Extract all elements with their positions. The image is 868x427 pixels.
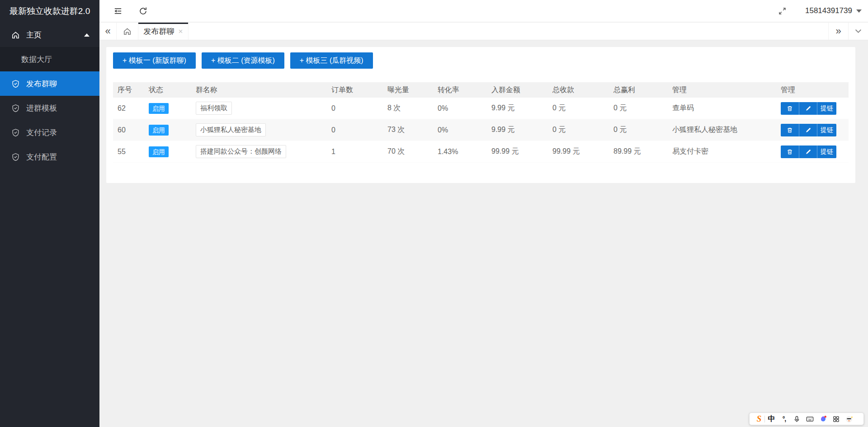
col-header: 曝光量 bbox=[383, 85, 433, 95]
emoji-face-icon[interactable] bbox=[843, 415, 856, 423]
cell-profit: 0 元 bbox=[609, 125, 668, 135]
cell-manage-text: 易支付卡密 bbox=[668, 147, 776, 156]
col-header: 总赢利 bbox=[609, 85, 668, 95]
ime-toolbar: S 中 °, bbox=[749, 413, 864, 425]
delete-button[interactable] bbox=[781, 124, 799, 136]
table-row: 60 启用 小狐狸私人秘密基地 0 73 次 0% 9.99 元 0 元 0 元… bbox=[113, 119, 849, 141]
shield-check-icon bbox=[11, 79, 20, 88]
cell-income: 99.99 元 bbox=[548, 147, 609, 156]
delete-button[interactable] bbox=[781, 145, 799, 158]
sidebar-item-label: 数据大厅 bbox=[21, 54, 52, 65]
menu-fold-icon[interactable] bbox=[112, 5, 123, 16]
tab-bar: « 发布群聊 × » bbox=[99, 23, 868, 40]
cell-id: 55 bbox=[113, 148, 144, 156]
group-name-tag: 搭建同款公众号：创颜网络 bbox=[196, 145, 286, 158]
table-row: 55 启用 搭建同款公众号：创颜网络 1 70 次 1.43% 99.99 元 … bbox=[113, 141, 849, 163]
cell-rate: 0% bbox=[433, 104, 487, 113]
cell-income: 0 元 bbox=[548, 125, 609, 135]
username: 15814391739 bbox=[805, 6, 852, 15]
cell-id: 60 bbox=[113, 126, 144, 134]
tabs-menu-button[interactable] bbox=[848, 23, 868, 40]
main-content: + 模板一 (新版群聊) + 模板二 (资源模板) + 模板三 (瓜群视频) 序… bbox=[99, 41, 868, 427]
user-menu[interactable]: 15814391739 bbox=[805, 6, 862, 15]
chevron-up-icon bbox=[84, 33, 90, 37]
col-header: 状态 bbox=[144, 85, 191, 95]
sidebar-item-label: 发布群聊 bbox=[26, 79, 57, 89]
cell-amount: 99.99 元 bbox=[487, 147, 548, 156]
sidebar-item-payment-config[interactable]: 支付配置 bbox=[0, 145, 99, 169]
add-template-1-button[interactable]: + 模板一 (新版群聊) bbox=[113, 52, 196, 69]
col-header: 总收款 bbox=[548, 85, 609, 95]
cell-rate: 0% bbox=[433, 126, 487, 134]
group-name-tag: 小狐狸私人秘密基地 bbox=[196, 123, 266, 136]
tab-publish-group[interactable]: 发布群聊 × bbox=[138, 23, 189, 40]
col-header: 转化率 bbox=[433, 85, 487, 95]
table-row: 62 启用 福利领取 0 8 次 0% 9.99 元 0 元 0 元 查单码 提… bbox=[113, 98, 849, 119]
status-badge: 启用 bbox=[149, 146, 169, 157]
chinese-mode-icon[interactable]: 中 bbox=[765, 414, 778, 424]
row-actions: 提链 bbox=[781, 145, 836, 158]
trash-icon bbox=[787, 127, 793, 133]
extract-link-button[interactable]: 提链 bbox=[817, 102, 836, 115]
sidebar-item-group-template[interactable]: 进群模板 bbox=[0, 96, 99, 120]
apps-grid-icon[interactable] bbox=[830, 416, 843, 422]
delete-button[interactable] bbox=[781, 102, 799, 115]
shield-check-icon bbox=[11, 128, 20, 137]
cell-orders: 0 bbox=[327, 104, 383, 113]
sidebar-item-label: 支付配置 bbox=[26, 152, 57, 162]
cell-income: 0 元 bbox=[548, 103, 609, 113]
sidebar-item-publish-group[interactable]: 发布群聊 bbox=[0, 71, 99, 96]
pencil-icon bbox=[805, 105, 811, 112]
sidebar-item-label: 进群模板 bbox=[26, 103, 57, 113]
fullscreen-icon[interactable] bbox=[777, 5, 788, 16]
cell-rate: 1.43% bbox=[433, 148, 487, 156]
cell-profit: 89.99 元 bbox=[609, 147, 668, 156]
col-header: 群名称 bbox=[191, 85, 327, 95]
skin-palette-icon[interactable] bbox=[816, 415, 830, 422]
edit-button[interactable] bbox=[799, 145, 817, 158]
tab-home[interactable] bbox=[117, 23, 138, 40]
caret-down-icon bbox=[856, 9, 862, 13]
keyboard-icon[interactable] bbox=[803, 416, 816, 422]
row-actions: 提链 bbox=[781, 102, 836, 115]
status-badge: 启用 bbox=[149, 125, 169, 136]
col-header: 入群金额 bbox=[487, 85, 548, 95]
microphone-icon[interactable] bbox=[790, 416, 803, 422]
cell-orders: 0 bbox=[327, 126, 383, 134]
extract-link-button[interactable]: 提链 bbox=[817, 145, 836, 158]
add-template-3-button[interactable]: + 模板三 (瓜群视频) bbox=[290, 52, 373, 69]
trash-icon bbox=[787, 105, 793, 112]
sidebar-item-payment-records[interactable]: 支付记录 bbox=[0, 120, 99, 145]
trash-icon bbox=[787, 149, 793, 155]
add-template-2-button[interactable]: + 模板二 (资源模板) bbox=[202, 52, 284, 69]
sidebar-item-data-hall[interactable]: 数据大厅 bbox=[0, 47, 99, 71]
top-header: 15814391739 bbox=[99, 0, 868, 22]
extract-link-button[interactable]: 提链 bbox=[817, 124, 836, 136]
group-name-tag: 福利领取 bbox=[196, 102, 232, 115]
sidebar-item-home[interactable]: 主页 bbox=[0, 23, 99, 47]
table-header-row: 序号 状态 群名称 订单数 曝光量 转化率 入群金额 总收款 总赢利 管理 管理 bbox=[113, 82, 849, 98]
chevron-down-icon bbox=[855, 29, 862, 33]
edit-button[interactable] bbox=[799, 124, 817, 136]
tabs-scroll-right-button[interactable]: » bbox=[828, 23, 848, 40]
sidebar: 最新独立收款进群2.0 主页 数据大厅 发布群聊 进群模板 支付记录 支付配置 bbox=[0, 0, 99, 427]
close-icon[interactable]: × bbox=[179, 28, 183, 35]
cell-amount: 9.99 元 bbox=[487, 103, 548, 113]
template-buttons: + 模板一 (新版群聊) + 模板二 (资源模板) + 模板三 (瓜群视频) bbox=[113, 52, 849, 69]
col-header: 订单数 bbox=[327, 85, 383, 95]
refresh-icon[interactable] bbox=[137, 5, 148, 16]
content-card: + 模板一 (新版群聊) + 模板二 (资源模板) + 模板三 (瓜群视频) 序… bbox=[106, 47, 855, 183]
cell-orders: 1 bbox=[327, 148, 383, 156]
edit-button[interactable] bbox=[799, 102, 817, 115]
app-title: 最新独立收款进群2.0 bbox=[0, 0, 99, 23]
pencil-icon bbox=[805, 127, 811, 133]
tabs-scroll-left-button[interactable]: « bbox=[99, 23, 117, 40]
cell-amount: 9.99 元 bbox=[487, 125, 548, 135]
cell-exposure: 70 次 bbox=[383, 147, 433, 156]
punctuation-icon[interactable]: °, bbox=[778, 415, 790, 422]
home-icon bbox=[123, 27, 132, 36]
sogou-logo-icon[interactable]: S bbox=[754, 414, 764, 424]
sidebar-item-label: 支付记录 bbox=[26, 127, 57, 138]
row-actions: 提链 bbox=[781, 124, 836, 136]
groups-table: 序号 状态 群名称 订单数 曝光量 转化率 入群金额 总收款 总赢利 管理 管理… bbox=[113, 82, 849, 163]
